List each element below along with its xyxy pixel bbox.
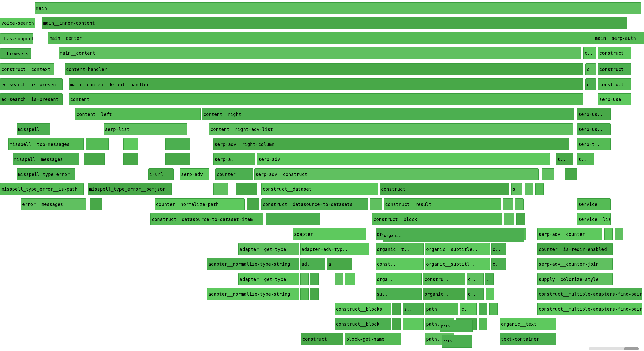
tree-node-small_m2 xyxy=(123,153,138,165)
tree-node-serp_t1: serp-t.. xyxy=(577,138,611,150)
tree-node-organic_subtitl: organic__subtitl.. xyxy=(425,258,490,270)
tree-node-counter: counter xyxy=(215,168,253,180)
tree-node-main_center: main__center xyxy=(48,32,617,44)
path-dots-node-1: path . . xyxy=(440,320,473,332)
tree-node-counter_normalize_path: counter__normalize-path xyxy=(155,198,245,210)
tree-node-serp_adv_construct: serp-adv__construct xyxy=(254,168,539,180)
tree-node-serp_adv: serp-adv xyxy=(257,153,550,165)
tree-node-adapter_get_type1: adapter__get-type xyxy=(238,243,299,255)
tree-node-i_url: i-url xyxy=(148,168,174,180)
tree-node-serp_list: serp-list xyxy=(104,123,187,135)
tree-node-small_ag2 xyxy=(310,273,318,285)
tree-node-service_list: service__list xyxy=(577,213,611,225)
tree-node-content_right_adv_list: content__right-adv-list xyxy=(209,123,573,135)
tree-node-small_b2 xyxy=(236,183,257,195)
tree-node-content_right: content__right xyxy=(202,108,574,120)
tree-node-su_label: su.. xyxy=(376,288,422,300)
tree-node-construct1: construct xyxy=(598,47,631,59)
tree-node-serp_a: serp-a.. xyxy=(213,153,255,165)
tree-node-browsers: __browsers xyxy=(0,48,31,59)
tree-node-small_r1 xyxy=(542,168,554,180)
tree-node-misspell: misspell xyxy=(17,123,50,135)
tree-node-o_label3: o.. xyxy=(467,288,483,300)
organic-large-node: organic xyxy=(383,228,524,242)
tree-node-adapter_normalize2: adapter__normalize-type-string xyxy=(207,288,299,300)
tree-node-small_e1 xyxy=(90,198,102,210)
tree-node-small_cn1 xyxy=(247,198,259,210)
tree-node-organic_text: organic__text xyxy=(500,318,556,330)
tree-node-misspell_top_messages: misspell__top-messages xyxy=(8,138,84,150)
tree-node-construct_dataset: construct__dataset xyxy=(261,183,378,195)
tree-node-main_serp_auth: main__serp-auth xyxy=(594,32,644,44)
tree-node-s_blocks: s.. xyxy=(403,303,424,315)
path-dots-node-2: path . . xyxy=(442,335,472,348)
tree-node-small_cb4 xyxy=(403,318,424,330)
tree-node-small_m1 xyxy=(84,153,104,165)
tree-node-c_label2: c xyxy=(585,63,596,75)
tree-node-small_an1 xyxy=(300,288,309,300)
tree-node-misspell_type_error_bemjson: misspell_type_error__bemjson xyxy=(88,183,171,195)
tree-node-misspell_type_error: misspell_type_error xyxy=(17,168,75,180)
tree-node-small_an2 xyxy=(310,288,318,300)
tree-node-construct2: construct xyxy=(598,63,631,75)
tree-node-c_label_b: c.. xyxy=(460,303,477,315)
tree-node-adapter_get_type2: adapter__get-type xyxy=(238,273,299,285)
tree-node-serp_use3: serp-us.. xyxy=(577,123,611,135)
tree-node-construct_context: construct__context xyxy=(0,63,54,75)
scrollbar-thumb[interactable] xyxy=(624,347,639,350)
tree-node-voice_search: voice-search xyxy=(0,18,35,28)
tree-node-s_single: s xyxy=(511,183,522,195)
tree-node-dot_label: . xyxy=(485,273,493,285)
tree-node-small_m3 xyxy=(165,153,190,165)
tree-node-construct_datasource_item: construct__datasource-to-dataset-item xyxy=(150,213,263,225)
tree-node-small_b1 xyxy=(213,183,228,195)
tree-node-small_ao1 xyxy=(486,288,494,300)
tree-node-construct_block1: construct__block xyxy=(372,213,502,225)
tree-node-adapter_normalize1: adapter__normalize-type-string xyxy=(207,258,299,270)
tree-node-small_block1 xyxy=(86,138,109,150)
tree-node-service: service xyxy=(577,198,611,210)
tree-node-supply_colorize: supply__colorize-style xyxy=(537,273,613,285)
tree-node-small_c2 xyxy=(535,183,544,195)
tree-node-small_cr1 xyxy=(503,198,513,210)
tree-node-small_ag3 xyxy=(335,273,343,285)
tree-node-ed_search_is_present1: ed-search__is-present xyxy=(0,78,63,90)
tree-node-a_label: a xyxy=(327,258,352,270)
tree-node-o_label2: o. xyxy=(491,258,506,270)
tree-node-small_ag4 xyxy=(345,273,355,285)
tree-node-small_block2 xyxy=(123,138,138,150)
tree-node-text_container: text-container xyxy=(500,333,556,345)
tree-node-small_cd1 xyxy=(370,198,382,210)
tree-node-small_b_2 xyxy=(489,303,498,315)
tree-node-ed_search_is_present2: ed-search__is-present xyxy=(0,93,63,105)
tree-node-adapter: adapter xyxy=(293,228,366,240)
tree-node-c_label3: c xyxy=(585,78,596,90)
tree-node-content_left: content__left xyxy=(75,108,201,120)
tree-node-o_label1: o.. xyxy=(491,243,506,255)
tree-node-serp_adv_counter_join: serp-adv__counter-join xyxy=(537,258,613,270)
scrollbar-track[interactable] xyxy=(589,347,639,350)
tree-node-small_cb2 xyxy=(516,213,525,225)
tree-node-construct_datasource: construct__datasource-to-datasets xyxy=(261,198,368,210)
tree-node-content_handler: content-handler xyxy=(65,63,583,75)
tree-node-c_label1: c.. xyxy=(583,47,596,59)
tree-node-construct_block2: construct__block xyxy=(335,318,391,330)
tree-node-small_cr2 xyxy=(515,198,524,210)
tree-node-content: content xyxy=(69,93,583,105)
tree-node-s_label1: s.. xyxy=(556,153,573,165)
tree-node-organic_subtitle1: organic__subtitle.. xyxy=(425,243,490,255)
tree-node-serp_adv_counter: serp-adv__counter xyxy=(537,228,602,240)
tree-node-error_messages: error__messages xyxy=(21,198,86,210)
tree-node-small_c1 xyxy=(525,183,533,195)
tree-node-main_content_default_handler: main__content-default-handler xyxy=(69,78,583,90)
tree-node-main: main xyxy=(35,2,641,14)
tree-node-main_content: main__content xyxy=(59,47,581,59)
tree-node-small_b_1 xyxy=(479,303,487,315)
tree-node-small_cb1 xyxy=(504,213,514,225)
tree-node-construct_c: construct xyxy=(380,183,509,195)
tree-node-adapter_adv_typ: adapter-adv-typ.. xyxy=(300,243,369,255)
tree-node-const1: const.. xyxy=(376,258,424,270)
tree-node-construct_blocks: construct__blocks xyxy=(335,303,391,315)
tree-node-construct_multiple2: construct__multiple-adapters-find-pair-w… xyxy=(537,303,642,315)
tree-node-organic_label2: organic.. xyxy=(423,288,465,300)
